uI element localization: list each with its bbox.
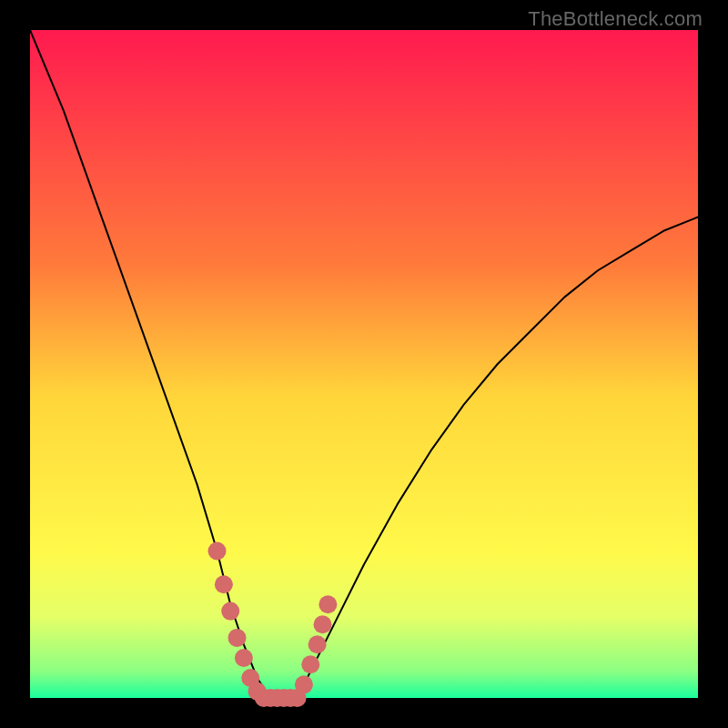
highlight-dot — [221, 602, 239, 621]
highlight-dot — [215, 575, 233, 593]
chart-plot-background — [30, 30, 698, 698]
highlight-dot — [228, 629, 247, 647]
highlight-dot — [208, 542, 227, 561]
highlight-dot — [301, 655, 319, 673]
highlight-dot — [318, 595, 337, 613]
highlight-dot — [313, 615, 331, 633]
bottleneck-chart — [0, 0, 728, 728]
highlight-dot — [295, 675, 313, 693]
watermark-text: TheBottleneck.com — [528, 7, 703, 31]
chart-container: TheBottleneck.com — [0, 0, 728, 728]
highlight-dot — [235, 649, 253, 667]
highlight-dot — [308, 635, 327, 653]
